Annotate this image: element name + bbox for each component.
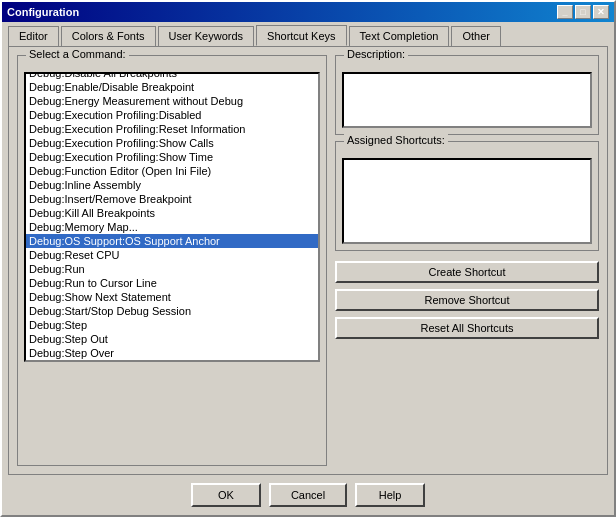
assigned-shortcuts-label: Assigned Shortcuts:: [344, 134, 448, 146]
list-item[interactable]: Debug:OS Support:OS Support Anchor: [26, 234, 318, 248]
tab-colors-fonts[interactable]: Colors & Fonts: [61, 26, 156, 46]
assigned-shortcuts-group: Assigned Shortcuts:: [335, 141, 599, 251]
list-item[interactable]: Debug:Show Next Statement: [26, 290, 318, 304]
tab-editor[interactable]: Editor: [8, 26, 59, 46]
reset-all-shortcuts-button[interactable]: Reset All Shortcuts: [335, 317, 599, 339]
description-label: Description:: [344, 48, 408, 60]
title-bar-buttons: _ □ ✕: [557, 5, 609, 19]
help-button[interactable]: Help: [355, 483, 425, 507]
list-item[interactable]: Debug:Insert/Remove Breakpoint: [26, 192, 318, 206]
list-item[interactable]: Debug:Step: [26, 318, 318, 332]
configuration-window: Configuration _ □ ✕ EditorColors & Fonts…: [0, 0, 616, 517]
tabs-container: EditorColors & FontsUser KeywordsShortcu…: [2, 22, 614, 46]
cancel-button[interactable]: Cancel: [269, 483, 347, 507]
select-command-group: Select a Command: Debug:AGDI Menu Anchor…: [17, 55, 327, 466]
list-item[interactable]: Debug:Function Editor (Open Ini File): [26, 164, 318, 178]
window-title: Configuration: [7, 6, 79, 18]
list-item[interactable]: Debug:Enable/Disable Breakpoint: [26, 80, 318, 94]
bottom-bar: OK Cancel Help: [2, 475, 614, 515]
right-panel: Description: Assigned Shortcuts: Create …: [335, 55, 599, 466]
tab-shortcut-keys[interactable]: Shortcut Keys: [256, 25, 346, 46]
tab-other[interactable]: Other: [451, 26, 501, 46]
remove-shortcut-button[interactable]: Remove Shortcut: [335, 289, 599, 311]
list-item[interactable]: Debug:Execution Profiling:Show Calls: [26, 136, 318, 150]
list-item[interactable]: Debug:Inline Assembly: [26, 178, 318, 192]
title-bar: Configuration _ □ ✕: [2, 2, 614, 22]
create-shortcut-button[interactable]: Create Shortcut: [335, 261, 599, 283]
list-item[interactable]: Debug:Execution Profiling:Disabled: [26, 108, 318, 122]
minimize-button[interactable]: _: [557, 5, 573, 19]
left-panel: Select a Command: Debug:AGDI Menu Anchor…: [17, 55, 327, 466]
maximize-button[interactable]: □: [575, 5, 591, 19]
assigned-shortcuts-textarea[interactable]: [342, 158, 592, 244]
close-button[interactable]: ✕: [593, 5, 609, 19]
list-item[interactable]: Debug:Kill All Breakpoints: [26, 206, 318, 220]
list-item[interactable]: Debug:Reset CPU: [26, 248, 318, 262]
ok-button[interactable]: OK: [191, 483, 261, 507]
list-item[interactable]: Debug:Execution Profiling:Show Time: [26, 150, 318, 164]
shortcut-buttons-panel: Create Shortcut Remove Shortcut Reset Al…: [335, 261, 599, 339]
command-list[interactable]: Debug:AGDI Menu AnchorDebug:BreakpointsD…: [24, 72, 320, 362]
tab-content: Select a Command: Debug:AGDI Menu Anchor…: [8, 46, 608, 475]
list-item[interactable]: Debug:Step Out: [26, 332, 318, 346]
tab-text-completion[interactable]: Text Completion: [349, 26, 450, 46]
list-item[interactable]: Debug:Memory Map...: [26, 220, 318, 234]
list-item[interactable]: Debug:Execution Profiling:Reset Informat…: [26, 122, 318, 136]
description-group: Description:: [335, 55, 599, 135]
list-item[interactable]: Debug:Energy Measurement without Debug: [26, 94, 318, 108]
list-item[interactable]: Debug:Run: [26, 262, 318, 276]
tab-user-keywords[interactable]: User Keywords: [158, 26, 255, 46]
list-item[interactable]: Debug:Step Over: [26, 346, 318, 360]
list-item[interactable]: Debug:Start/Stop Debug Session: [26, 304, 318, 318]
select-command-label: Select a Command:: [26, 48, 129, 60]
list-item[interactable]: Debug:Disable All Breakpoints: [26, 72, 318, 80]
list-item[interactable]: Debug:Run to Cursor Line: [26, 276, 318, 290]
description-textarea[interactable]: [342, 72, 592, 128]
